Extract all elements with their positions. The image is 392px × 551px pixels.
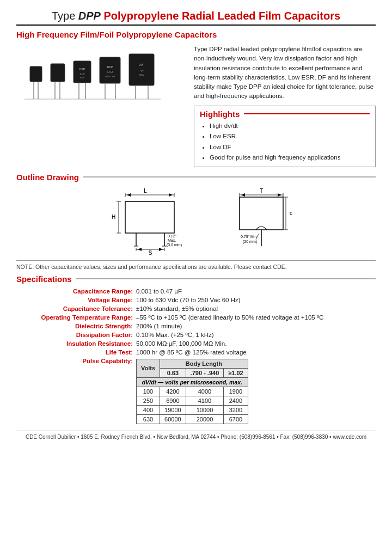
- outline-drawing-figure: H L S 0.12" Max. (3.0 mm): [16, 185, 376, 256]
- spec-label-1: Voltage Range:: [16, 296, 136, 304]
- spec-label-pulse: Pulse Capability:: [16, 357, 136, 425]
- spec-value-3: –55 ºC to +105 ºC (derated linearly to 5…: [136, 313, 376, 322]
- pulse-table: Volts Body Length 0.63 .790 - .940 ≥1.02…: [136, 359, 248, 424]
- title-rest: Polypropylene Radial Leaded Film Capacit…: [101, 10, 340, 22]
- svg-marker-52: [241, 193, 245, 197]
- spec-value-2: ±10% standard, ±5% optional: [136, 304, 376, 313]
- pulse-val-3-1: 20000: [186, 414, 224, 424]
- svg-text:0.79" Min: 0.79" Min: [241, 235, 256, 238]
- spec-row-0: Capacitance Range: 0.001 to 0.47 µF: [16, 287, 376, 296]
- outline-drawing-header: Outline Drawing: [16, 173, 376, 182]
- highlights-box: Highlights High dv/dt Low ESR Low DF Goo…: [194, 106, 376, 167]
- pulse-val-2-0: 19000: [160, 405, 186, 414]
- pulse-val-0-1: 4000: [186, 387, 224, 396]
- type-code: DPP: [78, 10, 101, 22]
- pulse-dvdt-label: dV/dt — volts per microsecond, max.: [137, 377, 248, 387]
- spec-label-5: Dissipation Factor:: [16, 330, 136, 339]
- highlight-item: High dv/dt: [210, 121, 370, 132]
- pulse-val-0-2: 1900: [224, 387, 248, 396]
- capacitor-svg: DPP .01µF 400V DPP .047µF 400V CBB DPP .…: [19, 47, 182, 118]
- pulse-data-row-2: 400 19000 10000 3200: [137, 405, 248, 414]
- pulse-data-row-1: 250 6900 4100 2400: [137, 396, 248, 405]
- outline-drawing-line: [83, 176, 376, 177]
- specifications-title: Specifications: [16, 274, 72, 284]
- pulse-val-0-0: 4200: [160, 387, 186, 396]
- spec-row-5: Dissipation Factor: 0.10% Max. (+25 ºC, …: [16, 330, 376, 339]
- svg-rect-12: [100, 57, 120, 83]
- svg-text:L: L: [144, 188, 147, 194]
- subtitle: High Frequency Film/Foil Polypropylene C…: [16, 30, 376, 39]
- svg-marker-43: [138, 248, 142, 251]
- svg-text:S: S: [149, 250, 152, 256]
- pulse-volt-2: 400: [137, 405, 160, 414]
- specifications-header: Specifications: [16, 274, 376, 284]
- spec-value-0: 0.001 to 0.47 µF: [136, 287, 376, 296]
- svg-rect-25: [125, 201, 174, 233]
- spec-row-6: Insulation Resistance: 50,000 MΩ·µF, 100…: [16, 339, 376, 348]
- svg-rect-0: [30, 66, 42, 82]
- pulse-val-3-2: 6700: [224, 414, 248, 424]
- spec-label-3: Operating Temperature Range:: [16, 313, 136, 322]
- spec-table: Capacitance Range: 0.001 to 0.47 µF Volt…: [16, 287, 376, 425]
- highlights-line: [244, 113, 370, 114]
- spec-label-4: Dielectric Strength:: [16, 322, 136, 330]
- svg-rect-3: [51, 64, 65, 82]
- pulse-sub-2: ≥1.02: [224, 368, 248, 377]
- spec-value-4: 200% (1 minute): [136, 322, 376, 330]
- outline-svg: H L S 0.12" Max. (3.0 mm): [82, 185, 310, 256]
- pulse-dvdt-row: dV/dt — volts per microsecond, max.: [137, 377, 248, 387]
- pulse-val-2-2: 3200: [224, 405, 248, 414]
- footer: CDE Cornell Dubilier • 1605 E. Rodney Fr…: [16, 431, 376, 440]
- pulse-val-1-1: 4100: [186, 396, 224, 405]
- intro-right: Type DPP radial leaded polypropylene fil…: [194, 45, 376, 167]
- highlights-list: High dv/dt Low ESR Low DF Good for pulse…: [200, 121, 370, 163]
- svg-text:(3.0 mm): (3.0 mm): [167, 243, 182, 247]
- svg-text:0.12": 0.12": [168, 234, 177, 238]
- svg-text:DPP: DPP: [79, 68, 85, 71]
- pulse-table-wrapper: Volts Body Length 0.63 .790 - .940 ≥1.02…: [136, 359, 376, 424]
- pulse-volt-0: 100: [137, 387, 160, 396]
- spec-value-6: 50,000 MΩ·µF, 100,000 MΩ Min.: [136, 339, 376, 348]
- spec-label-7: Life Test:: [16, 348, 136, 357]
- pulse-col-rated: Volts: [137, 359, 160, 377]
- pulse-col-body-length: Body Length: [160, 359, 248, 368]
- highlight-item: Low ESR: [210, 131, 370, 142]
- pulse-sub-0: 0.63: [160, 368, 186, 377]
- svg-marker-44: [159, 248, 163, 251]
- highlights-label: Highlights: [200, 109, 240, 119]
- svg-rect-6: [74, 61, 91, 83]
- spec-label-0: Capacitance Range:: [16, 287, 136, 296]
- pulse-sub-1: .790 - .940: [186, 368, 224, 377]
- spec-value-1: 100 to 630 Vdc (70 to 250 Vac 60 Hz): [136, 296, 376, 304]
- spec-row-3: Operating Temperature Range: –55 ºC to +…: [16, 313, 376, 322]
- svg-marker-53: [278, 193, 281, 197]
- pulse-val-1-0: 6900: [160, 396, 186, 405]
- intro-section: DPP .01µF 400V DPP .047µF 400V CBB DPP .…: [16, 45, 376, 167]
- svg-text:(20 mm): (20 mm): [243, 240, 257, 244]
- pulse-volt-3: 630: [137, 414, 160, 424]
- svg-text:.047µF: .047µF: [107, 71, 114, 74]
- pulse-data-row-0: 100 4200 4000 1900: [137, 387, 248, 396]
- pulse-val-3-0: 60000: [160, 414, 186, 424]
- highlight-item: Low DF: [210, 142, 370, 153]
- specifications-section: Specifications Capacitance Range: 0.001 …: [16, 274, 376, 425]
- intro-text: Type DPP radial leaded polypropylene fil…: [194, 45, 376, 101]
- specifications-line: [76, 278, 376, 279]
- spec-label-2: Capacitance Tolerance:: [16, 304, 136, 313]
- svg-text:DPP: DPP: [139, 63, 145, 66]
- page: Type DPP Polypropylene Radial Leaded Fil…: [0, 0, 392, 551]
- svg-rect-55: [240, 197, 283, 230]
- page-header: Type DPP Polypropylene Radial Leaded Fil…: [16, 10, 376, 26]
- spec-row-7: Life Test: 1000 hr @ 85 ºC @ 125% rated …: [16, 348, 376, 357]
- spec-row-4: Dielectric Strength: 200% (1 minute): [16, 322, 376, 330]
- spec-row-1: Voltage Range: 100 to 630 Vdc (70 to 250…: [16, 296, 376, 304]
- pulse-table-body: 100 4200 4000 1900 250 6900 4100 2400: [137, 387, 248, 424]
- svg-text:Max.: Max.: [168, 238, 176, 242]
- outline-drawing-title: Outline Drawing: [16, 173, 79, 182]
- pulse-volt-1: 250: [137, 396, 160, 405]
- pulse-data-row-3: 630 60000 20000 6700: [137, 414, 248, 424]
- spec-value-5: 0.10% Max. (+25 ºC, 1 kHz): [136, 330, 376, 339]
- capacitor-image: DPP .01µF 400V DPP .047µF 400V CBB DPP .…: [16, 45, 185, 121]
- type-prefix: Type: [52, 10, 78, 22]
- highlight-item: Good for pulse and high frequency applic…: [210, 152, 370, 163]
